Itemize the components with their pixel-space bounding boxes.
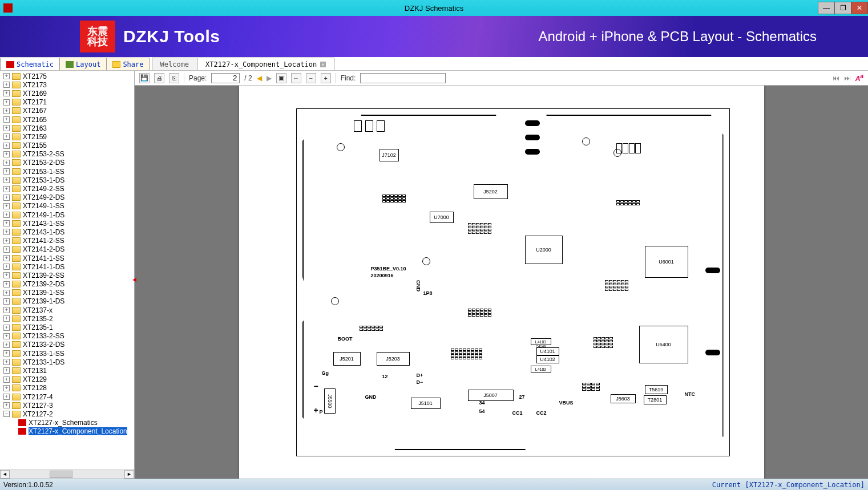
maximize-button[interactable]: ❐ [834,2,851,14]
expand-icon[interactable] [3,99,10,106]
mode-tab-layout[interactable]: Layout [59,58,107,70]
expand-icon[interactable] [3,255,10,261]
tree-folder[interactable]: XT2143-1-DS [1,228,134,236]
scroll-left-button[interactable]: ◄ [0,470,10,479]
tree-folder[interactable]: XT2169 [1,89,134,98]
tree-folder[interactable]: XT2163 [1,124,134,132]
expand-icon[interactable] [3,325,10,331]
expand-icon[interactable] [3,367,10,374]
tree-folder[interactable]: XT2131 [1,366,134,375]
expand-icon[interactable] [3,151,10,157]
expand-icon[interactable] [3,82,10,88]
tree-folder[interactable]: XT2149-2-SS [1,184,134,193]
tree-folder[interactable]: XT2127-2 [1,410,134,418]
expand-icon[interactable] [3,108,10,114]
doc-tab-xt2127[interactable]: XT2127-x_Component_Location× [197,58,334,70]
expand-icon[interactable] [3,90,10,96]
tree-folder[interactable]: XT2135-1 [1,323,134,331]
close-button[interactable]: ✕ [851,2,868,14]
tree-folder[interactable]: XT2139-2-SS [1,271,134,280]
tree-folder[interactable]: XT2153-2-SS [1,150,134,159]
zoom-out-icon[interactable]: − [306,73,316,83]
expand-icon[interactable] [3,350,10,357]
expand-icon[interactable] [3,220,10,226]
expand-icon[interactable] [3,195,10,201]
tree-folder[interactable]: XT2149-1-DS [1,210,134,219]
tree-folder[interactable]: XT2149-2-DS [1,193,134,202]
expand-icon[interactable] [3,402,10,408]
page-input[interactable] [211,73,240,83]
tree-folder[interactable]: XT2153-1-SS [1,167,134,176]
tree-folder[interactable]: XT2133-1-DS [1,358,134,366]
tree-folder[interactable]: XT2141-1-DS [1,262,134,271]
tree-folder[interactable]: XT2139-1-SS [1,289,134,297]
expand-icon[interactable] [3,342,10,348]
fit-width-icon[interactable]: ↔ [291,73,301,83]
expand-icon[interactable] [3,177,10,183]
expand-icon[interactable] [3,281,10,287]
tree-folder[interactable]: XT2129 [1,375,134,384]
print-icon[interactable]: 🖨 [154,73,164,83]
canvas[interactable]: P351BE_V0.10 20200916 GND 1P8 BOOT Gg − … [135,86,868,479]
expand-icon[interactable] [3,385,10,391]
tree-folder[interactable]: XT2141-2-DS [1,245,134,254]
tree-folder[interactable]: XT2133-2-DS [1,341,134,349]
tree-folder[interactable]: XT2127-4 [1,392,134,401]
expand-icon[interactable] [3,160,10,166]
expand-icon[interactable] [3,272,10,278]
mode-tab-share[interactable]: Share [106,58,150,70]
expand-icon[interactable] [3,298,10,305]
tree-folder[interactable]: XT2165 [1,115,134,124]
find-prev-icon[interactable]: ⏮ [833,74,839,82]
tree-folder[interactable]: XT2133-1-SS [1,349,134,358]
find-input[interactable] [360,73,446,83]
expand-icon[interactable] [3,229,10,235]
expand-icon[interactable] [3,290,10,296]
tree-folder[interactable]: XT2133-2-SS [1,332,134,341]
find-next-icon[interactable]: ⏭ [844,74,851,82]
doc-tab-welcome[interactable]: Welcome [152,58,198,70]
expand-icon[interactable] [3,212,10,218]
tree-folder[interactable]: XT2159 [1,132,134,141]
expand-icon[interactable] [3,143,10,149]
tree-folder[interactable]: XT2155 [1,141,134,150]
tree-folder[interactable]: XT2167 [1,107,134,115]
tree-folder[interactable]: XT2153-2-DS [1,159,134,167]
sidebar-hscrollbar[interactable]: ◄ ► [0,469,134,479]
expand-icon[interactable] [3,246,10,253]
expand-icon[interactable] [3,359,10,365]
expand-icon[interactable] [3,376,10,383]
tree-file[interactable]: XT2127-x_Component_Location [1,427,134,436]
expand-icon[interactable] [3,133,10,140]
expand-icon[interactable] [3,238,10,244]
copy-icon[interactable]: ⎘ [169,73,179,83]
tree-folder[interactable]: XT2149-1-SS [1,202,134,210]
minimize-button[interactable]: — [818,2,835,14]
expand-icon[interactable] [3,116,10,123]
tree-folder[interactable]: XT2173 [1,80,134,89]
file-tree[interactable]: XT2175XT2173XT2169XT2171XT2167XT2165XT21… [0,71,134,469]
tree-file[interactable]: XT2127-x_Schematics [1,419,134,427]
tree-folder[interactable]: XT2175 [1,72,134,80]
expand-icon[interactable] [3,186,10,192]
tree-folder[interactable]: XT2135-2 [1,314,134,323]
scroll-thumb[interactable] [50,471,72,478]
tree-folder[interactable]: XT2171 [1,98,134,107]
tree-folder[interactable]: XT2139-1-DS [1,297,134,306]
close-tab-icon[interactable]: × [320,62,326,67]
zoom-in-icon[interactable]: + [321,73,331,83]
next-page-button[interactable]: ▶ [267,74,272,82]
expand-icon[interactable] [3,168,10,175]
tree-folder[interactable]: XT2137-x [1,306,134,314]
tree-folder[interactable]: XT2143-1-SS [1,219,134,228]
expand-icon[interactable] [3,315,10,322]
expand-icon[interactable] [3,333,10,339]
expand-icon[interactable] [3,394,10,400]
text-style-icon[interactable]: Aa [855,73,863,83]
fit-page-icon[interactable]: ▣ [276,73,286,83]
expand-icon[interactable] [3,125,10,131]
prev-page-button[interactable]: ◀ [257,74,262,82]
expand-icon[interactable] [3,203,10,209]
tree-folder[interactable]: XT2153-1-DS [1,176,134,184]
tree-folder[interactable]: XT2141-2-SS [1,237,134,245]
